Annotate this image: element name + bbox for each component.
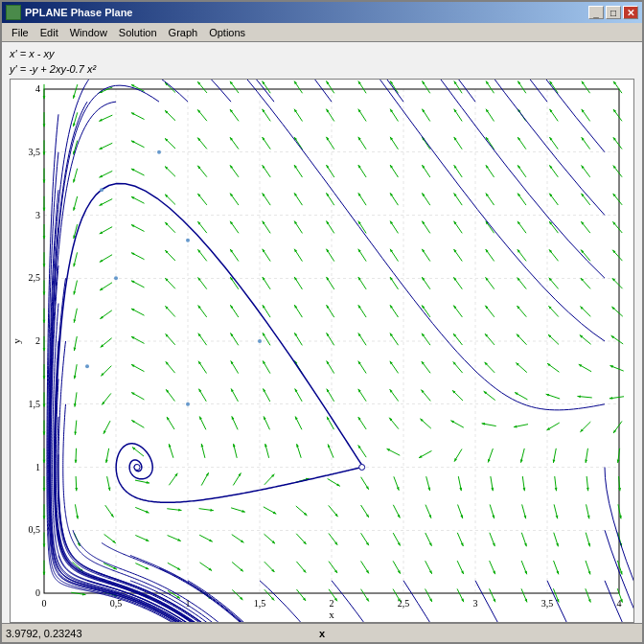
- title-bar: PPLANE Phase Plane _ □ ✕: [2, 2, 642, 23]
- equations-display: x' = x - xy y' = -y + 2xy-0.7 x²: [10, 46, 634, 77]
- menu-item-window[interactable]: Window: [64, 25, 113, 40]
- graph-container[interactable]: [10, 79, 634, 623]
- menu-item-options[interactable]: Options: [203, 25, 251, 40]
- app-icon: [6, 5, 21, 20]
- status-bar: 3.9792, 0.23243 x: [2, 623, 642, 642]
- maximize-button[interactable]: □: [606, 6, 621, 19]
- menu-bar: FileEditWindowSolutionGraphOptions: [2, 23, 642, 42]
- equation-1: x' = x - xy: [10, 46, 634, 61]
- menu-item-solution[interactable]: Solution: [113, 25, 163, 40]
- menu-item-edit[interactable]: Edit: [34, 25, 64, 40]
- x-axis-label: x: [217, 628, 427, 639]
- phase-plane-canvas[interactable]: [11, 80, 633, 622]
- window-title: PPLANE Phase Plane: [25, 7, 133, 18]
- menu-item-file[interactable]: File: [6, 25, 34, 40]
- main-window: PPLANE Phase Plane _ □ ✕ FileEditWindowS…: [0, 0, 644, 644]
- close-button[interactable]: ✕: [623, 6, 638, 19]
- content-area: x' = x - xy y' = -y + 2xy-0.7 x²: [2, 42, 642, 623]
- menu-item-graph[interactable]: Graph: [163, 25, 204, 40]
- title-bar-left: PPLANE Phase Plane: [6, 5, 133, 20]
- equation-2: y' = -y + 2xy-0.7 x²: [10, 61, 634, 77]
- coordinates-display: 3.9792, 0.23243: [6, 628, 217, 639]
- window-controls: _ □ ✕: [588, 6, 638, 19]
- minimize-button[interactable]: _: [588, 6, 604, 19]
